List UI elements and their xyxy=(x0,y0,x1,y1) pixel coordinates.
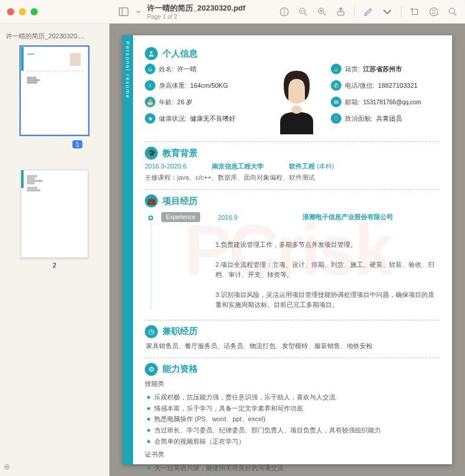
document-viewer[interactable]: PCrisk .com Personal resume 个人信息 ☺姓名: 许一… xyxy=(109,24,465,476)
svg-rect-0 xyxy=(119,8,128,15)
maximize-window-button[interactable] xyxy=(31,8,38,15)
info-button[interactable] xyxy=(279,6,290,17)
sidebar-filename: 许一晴的简历_20230320.... xyxy=(6,32,103,41)
thumbnail-2[interactable]: ██████████████████████ █████████████████… xyxy=(21,170,88,258)
divider xyxy=(145,141,439,142)
clock-icon: ◷ xyxy=(145,325,158,338)
gear-icon: ⚙ xyxy=(145,363,158,376)
thumbnails-sidebar: 许一晴的简历_20230320.... ●●●● ████ ██████████… xyxy=(0,24,109,476)
heart-icon: ♡ xyxy=(331,113,341,124)
person-icon xyxy=(145,47,158,60)
divider xyxy=(145,320,439,320)
project-date: 2016.9 xyxy=(218,214,238,221)
toolbar-separator xyxy=(401,6,401,17)
page-indicator: Page 1 of 2 xyxy=(147,14,245,20)
thumbnail-1[interactable]: ●●●● ████ █████████████████████ xyxy=(21,47,88,135)
briefcase-icon: 💼 xyxy=(145,194,158,207)
thumbnail-1-number: 1 xyxy=(72,140,82,148)
toolbar xyxy=(279,6,458,17)
education-line: 2016.9-2020.6 南京信息工程大学 软件工程 (本科) xyxy=(145,162,439,171)
project-company: 浪潮电子信息产业股份有限公司 xyxy=(303,213,393,222)
resume-content: 个人信息 ☺姓名: 许一晴 ♀身高体重: 164cm/50KG 🎂年龄: 26 … xyxy=(133,35,452,464)
smile-icon: ☺ xyxy=(145,64,155,74)
skills-cat1: 技能类 xyxy=(145,379,439,388)
section-personal-head: 个人信息 xyxy=(145,47,439,60)
toolbar-separator xyxy=(354,6,355,17)
skills-cat2: 证书类 xyxy=(145,450,439,459)
skills-list2: 大一过英语六级，能使用英语良好的沟通交流 普通话二级甲等，善于表达,有良好的沟通… xyxy=(145,462,439,476)
titlebar: 许一晴的简历_20230320.pdf Page 1 of 2 xyxy=(0,0,465,24)
cake-icon: 🎂 xyxy=(145,97,155,107)
pdf-page-1: PCrisk .com Personal resume 个人信息 ☺姓名: 许一… xyxy=(122,35,452,464)
app-window: 许一晴的简历_20230320.pdf Page 1 of 2 许一晴的简历_2… xyxy=(0,0,465,476)
divider xyxy=(145,189,439,190)
resume-side-tab: Personal resume xyxy=(122,35,133,464)
phone-icon: ✆ xyxy=(331,80,341,91)
body-icon: ♀ xyxy=(145,80,155,91)
zoom-in-button[interactable] xyxy=(317,6,327,17)
section-project-title: 项目经历 xyxy=(162,196,198,207)
svg-rect-13 xyxy=(413,9,418,14)
divider xyxy=(145,358,439,358)
education-courses: 主修课程：java、c/c++、数据库、面向对象编程、软件测试 xyxy=(145,173,439,182)
annotate-dropdown-icon[interactable] xyxy=(382,6,393,17)
add-page-button[interactable]: ⊕ xyxy=(4,462,14,472)
svg-point-15 xyxy=(449,8,454,14)
document-title: 许一晴的简历_20230320.pdf xyxy=(147,3,245,14)
svg-point-20 xyxy=(291,105,302,114)
share-button[interactable] xyxy=(336,6,346,17)
section-project-head: 💼 项目经历 xyxy=(145,194,439,207)
section-skills-head: ⚙ 能力资格 xyxy=(145,363,439,376)
section-education-head: 🎓 教育背景 xyxy=(145,147,439,160)
grad-cap-icon: 🎓 xyxy=(145,147,158,160)
dropdown-icon[interactable] xyxy=(135,9,141,15)
zoom-out-button[interactable] xyxy=(298,6,308,17)
minimize-window-button[interactable] xyxy=(19,8,26,15)
annotate-button[interactable] xyxy=(363,6,374,17)
location-icon: ⌂ xyxy=(331,64,341,74)
timeline-dot xyxy=(148,216,153,220)
markup-button[interactable] xyxy=(429,6,439,17)
svg-line-6 xyxy=(304,13,307,15)
thumbnail-2-number: 2 xyxy=(6,262,103,269)
section-personal-title: 个人信息 xyxy=(162,48,198,60)
project-timeline: Experience 2016.9 浪潮电子信息产业股份有限公司 1.负责建设管… xyxy=(145,212,439,310)
section-education-title: 教育背景 xyxy=(162,148,198,159)
sidebar-toggle-button[interactable] xyxy=(118,6,129,18)
mail-icon: ✉ xyxy=(331,97,341,107)
svg-point-17 xyxy=(150,51,152,54)
close-window-button[interactable] xyxy=(7,8,14,15)
svg-line-16 xyxy=(454,13,456,15)
section-parttime-head: ◷ 兼职经历 xyxy=(145,325,439,338)
profile-photo xyxy=(268,64,325,134)
section-skills-title: 能力资格 xyxy=(162,363,198,375)
experience-badge: Experience xyxy=(161,212,200,222)
traffic-lights xyxy=(7,8,38,15)
parttime-text: 家具销售员、餐厅服务员、话务员、物流打包、发型模特、服装销售、地铁安检 xyxy=(145,342,439,351)
svg-line-9 xyxy=(323,13,326,15)
section-parttime-title: 兼职经历 xyxy=(162,326,198,337)
title-area: 许一晴的简历_20230320.pdf Page 1 of 2 xyxy=(118,3,245,20)
rotate-button[interactable] xyxy=(410,6,420,17)
personal-info-grid: ☺姓名: 许一晴 ♀身高体重: 164cm/50KG 🎂年龄: 26 岁 ★健康… xyxy=(145,64,439,134)
svg-point-4 xyxy=(284,9,285,10)
skills-list1: 乐观积极，抗压能力强，责任意识强，乐于助人，喜欢与人交流 情感丰富，乐于学习，具… xyxy=(145,392,439,447)
project-items: 1.负责建设管理工作，多期多节点并发项目管理。 2.项目全流程管理：立项、设计、… xyxy=(215,240,439,310)
search-button[interactable] xyxy=(447,6,458,17)
star-icon: ★ xyxy=(145,113,155,124)
body: 许一晴的简历_20230320.... ●●●● ████ ██████████… xyxy=(0,24,465,476)
svg-point-14 xyxy=(430,8,438,16)
